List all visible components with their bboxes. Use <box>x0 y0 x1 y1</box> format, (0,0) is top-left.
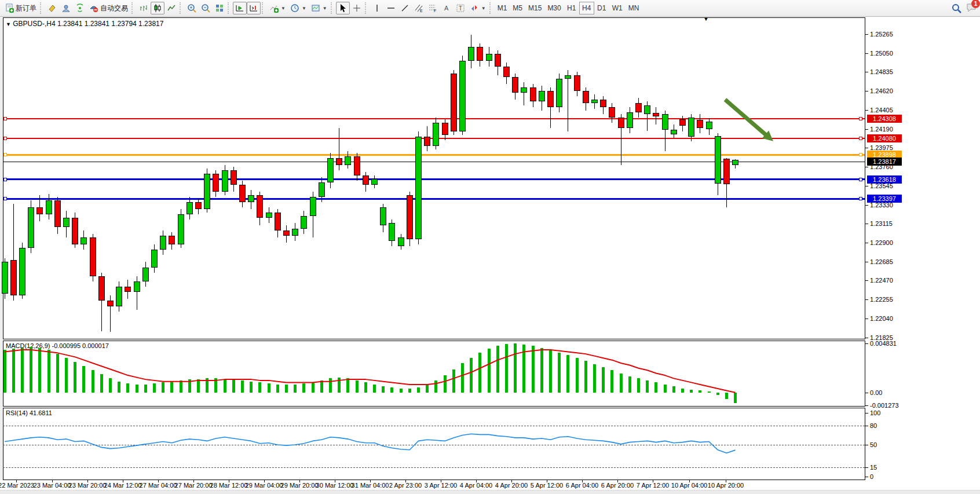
macd-histogram-bar <box>672 386 675 393</box>
svg-text:T: T <box>459 5 462 12</box>
autotrade-button[interactable]: 自动交易 <box>87 2 130 14</box>
horizontal-line-icon <box>386 3 396 13</box>
macd-histogram-bar <box>126 383 129 393</box>
text-button[interactable]: A <box>440 2 454 14</box>
candle <box>459 61 466 131</box>
hline-handle-left[interactable] <box>3 197 7 200</box>
time-axis-label: 27 Mar 04:00 <box>140 482 177 489</box>
horizontal-line-button[interactable] <box>384 2 398 14</box>
signals-button[interactable] <box>73 2 87 14</box>
candle <box>248 195 254 202</box>
arrows-caret: ▼ <box>481 6 486 11</box>
vertical-line-button[interactable] <box>370 2 384 14</box>
macd-histogram-bar <box>206 378 209 393</box>
line-chart-button[interactable] <box>164 2 178 14</box>
hline-handle-right[interactable] <box>859 178 862 181</box>
timeframe-H4[interactable]: H4 <box>579 2 594 14</box>
zoom-out-button[interactable] <box>199 2 213 14</box>
hline-1.23618[interactable] <box>3 178 865 180</box>
hline-handle-right[interactable] <box>859 153 862 156</box>
macd-histogram-bar <box>12 349 15 393</box>
equidistant-channel-button[interactable]: E <box>412 2 426 14</box>
timeframe-MN[interactable]: MN <box>626 2 642 14</box>
candle <box>310 197 316 216</box>
periods-clock-icon <box>290 3 299 13</box>
candle <box>635 103 642 112</box>
indicators-button[interactable]: ▼ <box>267 2 288 14</box>
time-axis-label: 23 Mar 04:00 <box>34 482 71 489</box>
candle <box>19 248 25 295</box>
rsi-label: RSI(14) 41.6811 <box>6 409 52 416</box>
time-axis-label: 4 Apr 20:00 <box>495 482 528 489</box>
styler-button[interactable] <box>45 2 59 14</box>
price-axis-tick <box>865 280 868 281</box>
timeframe-M30[interactable]: M30 <box>544 2 564 14</box>
community-button[interactable] <box>59 2 73 14</box>
macd-axis-tick <box>865 393 868 393</box>
search-icon[interactable] <box>952 3 961 13</box>
trendline-button[interactable] <box>398 2 412 14</box>
hline-1.24308[interactable] <box>3 118 865 119</box>
styler-icon <box>47 3 57 13</box>
chart-dropdown-icon[interactable]: ▼ <box>6 21 11 27</box>
zoom-in-button[interactable] <box>185 2 199 14</box>
candle <box>732 160 738 165</box>
macd-axis-tick <box>865 405 868 406</box>
hline-handle-right[interactable] <box>859 137 862 140</box>
tile-windows-button[interactable] <box>213 2 226 14</box>
hline-handle-right[interactable] <box>859 197 862 200</box>
macd-histogram-bar <box>241 380 244 393</box>
hline-handle-right[interactable] <box>859 117 862 120</box>
hline-1.23397[interactable] <box>3 198 865 200</box>
macd-histogram-bar <box>664 385 667 393</box>
autotrade-label: 自动交易 <box>100 3 128 13</box>
text-label-button[interactable]: T <box>454 2 467 14</box>
toolbar-separator <box>40 2 44 14</box>
candle <box>275 213 281 230</box>
timeframe-M5[interactable]: M5 <box>510 2 525 14</box>
macd-histogram-bar <box>38 348 41 393</box>
hline-handle-left[interactable] <box>3 137 7 140</box>
macd-histogram-bar <box>329 378 332 393</box>
macd-histogram-bar <box>417 387 420 393</box>
chart-shift-marker[interactable]: ▼ <box>703 16 709 22</box>
macd-histogram-bar <box>716 393 719 395</box>
hline-handle-left[interactable] <box>3 117 7 120</box>
candle <box>151 250 158 267</box>
hline-handle-left[interactable] <box>3 153 7 156</box>
rsi-pane[interactable] <box>3 408 865 480</box>
candle <box>547 91 554 107</box>
window-bottom-strip <box>0 490 980 494</box>
new-order-button[interactable]: 新订单 <box>2 2 39 14</box>
timeframe-M1[interactable]: M1 <box>495 2 510 14</box>
time-axis[interactable]: 22 Mar 202323 Mar 04:0023 Mar 20:0024 Ma… <box>0 480 980 490</box>
timeframe-H1[interactable]: H1 <box>564 2 579 14</box>
arrows-button[interactable]: ▼ <box>467 2 488 14</box>
chart-shift-button[interactable] <box>247 2 261 14</box>
rsi-axis-label: 15 <box>870 464 877 471</box>
templates-button[interactable]: ▼ <box>309 2 330 14</box>
price-axis-tick <box>865 299 868 300</box>
candlestick-chart-button[interactable] <box>151 2 164 14</box>
periods-button[interactable]: ▼ <box>288 2 309 14</box>
cursor-button[interactable] <box>336 2 350 14</box>
candle <box>204 174 210 209</box>
timeframe-W1[interactable]: W1 <box>609 2 626 14</box>
candle <box>512 77 518 93</box>
time-axis-label: 6 Apr 20:00 <box>601 482 634 489</box>
notifications-button[interactable]: 1 <box>966 3 977 14</box>
timeframe-M15[interactable]: M15 <box>525 2 544 14</box>
hline-handle-left[interactable] <box>3 178 7 181</box>
candle <box>257 195 263 218</box>
rsi-axis-label: 80 <box>870 422 877 429</box>
price-axis-tick <box>865 205 868 206</box>
crosshair-button[interactable] <box>350 2 364 14</box>
hline-1.23898[interactable] <box>3 154 865 156</box>
bar-chart-button[interactable] <box>137 2 151 14</box>
auto-scroll-button[interactable] <box>233 2 247 14</box>
zoom-out-icon <box>201 3 210 13</box>
fibonacci-button[interactable]: F <box>426 2 440 14</box>
candle <box>10 260 17 295</box>
time-axis-label: 2 Apr 23:00 <box>389 482 422 489</box>
timeframe-D1[interactable]: D1 <box>594 2 609 14</box>
